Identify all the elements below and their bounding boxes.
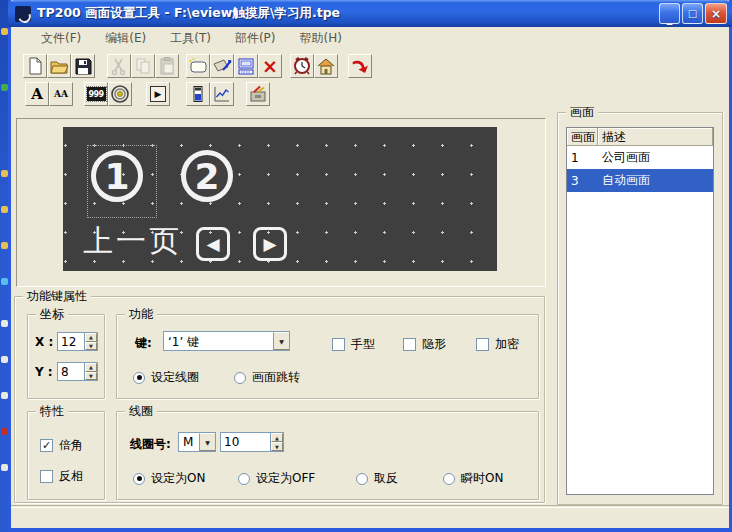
coil-group: 线圈 线圈号: M ▼ 10 ▲ ▼ 设定为ON 设定为OFF 取反 瞬时ON [116,411,539,500]
copy-icon [133,56,153,76]
new-screen-button[interactable] [186,54,210,78]
hand-checkbox-label: 手型 [351,336,375,353]
parts-toolbox-button[interactable] [246,82,270,106]
radio-circle [443,473,455,485]
lamp-button[interactable] [108,82,132,106]
x-spin-up-button[interactable]: ▲ [85,333,97,342]
coil-address-spinner: 10 ▲ ▼ [220,432,284,452]
radio-dot-icon [137,476,142,481]
spin-up-icon: ▲ [89,334,93,340]
close-button[interactable]: × [705,3,727,24]
double-size-checkbox[interactable]: ✓ 倍角 [40,437,83,454]
small-text-button[interactable]: AA [49,82,73,106]
coil-spin-down-button[interactable]: ▼ [271,442,283,451]
canvas-key-1[interactable]: 1 [91,150,143,202]
radio-circle [238,473,250,485]
screens-group: 画面 画面 描述 1 公司画面 3 自动画面 [557,112,723,505]
title-bar[interactable]: TP200 画面设置工具 - F:\eview触摸屏\学习用.tpe _ □ × [8,0,732,27]
set-on-radio[interactable]: 设定为ON [133,470,205,487]
toggle-radio[interactable]: 取反 [356,470,398,487]
set-off-radio-label: 设定为OFF [256,470,315,487]
y-spin-up-button[interactable]: ▲ [85,363,97,372]
trend-graph-button[interactable] [210,82,234,106]
x-spin-down-button[interactable]: ▼ [85,342,97,351]
canvas-prev-button[interactable]: ◀ [196,227,230,261]
copy-button[interactable] [131,54,155,78]
new-file-button[interactable] [23,54,47,78]
bar-graph-icon [188,84,208,104]
hidden-checkbox[interactable]: ✓ 隐形 [403,336,446,353]
paste-button[interactable] [155,54,179,78]
function-title: 功能 [125,307,157,321]
key-dropdown-value: ‘1’ 键 [164,332,273,350]
hand-checkbox[interactable]: ✓ 手型 [332,336,375,353]
minimize-button[interactable]: _ [659,3,680,24]
key-dropdown[interactable]: ‘1’ 键 ▼ [163,331,290,351]
set-coil-radio[interactable]: 设定线圈 [133,369,199,386]
menu-item-edit[interactable]: 编辑(E) [105,30,146,47]
momentary-on-radio[interactable]: 瞬时ON [443,470,503,487]
menu-item-help[interactable]: 帮助(H) [300,30,342,47]
x-input[interactable]: 12 [57,332,84,351]
encrypt-checkbox[interactable]: ✓ 加密 [476,336,519,353]
system-screen-button[interactable] [314,54,338,78]
key-1-label: 1 [104,156,129,197]
column-header-description[interactable]: 描述 [598,128,713,146]
set-off-radio[interactable]: 设定为OFF [238,470,315,487]
screen-row[interactable]: 1 公司画面 [567,146,713,169]
dropdown-arrow-icon[interactable]: ▼ [199,433,215,451]
maximize-button[interactable]: □ [682,3,703,24]
download-button[interactable] [348,54,372,78]
encrypt-checkbox-label: 加密 [495,336,519,353]
numeric-display-button[interactable]: 999 [84,82,108,106]
save-file-button[interactable] [71,54,95,78]
cut-button[interactable] [107,54,131,78]
coil-type-dropdown[interactable]: M ▼ [178,432,216,452]
delete-screen-button[interactable]: × [258,54,282,78]
screens-title: 画面 [566,105,598,119]
screen-list-button[interactable] [234,54,258,78]
maximize-icon: □ [688,8,697,19]
right-arrow-icon: ▶ [263,234,276,254]
screens-listview[interactable]: 画面 描述 1 公司画面 3 自动画面 [566,127,714,495]
screen-properties-button[interactable] [210,54,234,78]
cut-scissors-icon [109,56,129,76]
desktop-icon [1,428,8,435]
desktop-background [0,0,8,532]
static-text-button[interactable]: A [25,82,49,106]
function-key-button[interactable]: ▶ [146,82,170,106]
status-bar [11,508,729,528]
screen-list-icon [236,56,256,76]
screen-canvas[interactable]: 1 2 上一页 ◀ ▶ [63,127,497,271]
checkbox-box: ✓ [476,338,489,351]
column-header-screen[interactable]: 画面 [567,128,598,146]
menu-item-tools[interactable]: 工具(T) [170,30,211,47]
dropdown-arrow-icon[interactable]: ▼ [273,332,289,350]
screen-row[interactable]: 3 自动画面 [567,169,713,192]
screen-jump-radio[interactable]: 画面跳转 [234,369,300,386]
invert-checkbox[interactable]: ✓ 反相 [40,468,83,485]
desktop-icon [1,206,8,213]
y-spin-down-button[interactable]: ▼ [85,372,97,381]
desktop-icon [1,320,8,327]
app-icon [15,6,31,22]
menu-bar: 文件(F) 编辑(E) 工具(T) 部件(P) 帮助(H) [11,27,729,49]
bar-graph-button[interactable] [186,82,210,106]
clock-setting-button[interactable] [290,54,314,78]
menu-item-parts[interactable]: 部件(P) [235,30,276,47]
toggle-radio-label: 取反 [374,470,398,487]
canvas-prev-text[interactable]: 上一页 [83,221,182,262]
y-input[interactable]: 8 [57,362,84,381]
coil-title: 线圈 [125,404,157,418]
coil-address-input[interactable]: 10 [220,432,270,452]
spin-down-icon: ▼ [89,343,93,349]
canvas-key-2[interactable]: 2 [181,150,233,202]
delete-x-icon: × [262,57,278,76]
menu-item-file[interactable]: 文件(F) [41,30,81,47]
radio-dot-icon [137,375,142,380]
open-file-button[interactable] [47,54,71,78]
checkbox-box: ✓ [40,439,53,452]
x-label: X : [35,335,53,349]
coil-spin-up-button[interactable]: ▲ [271,433,283,442]
canvas-next-button[interactable]: ▶ [253,227,287,261]
